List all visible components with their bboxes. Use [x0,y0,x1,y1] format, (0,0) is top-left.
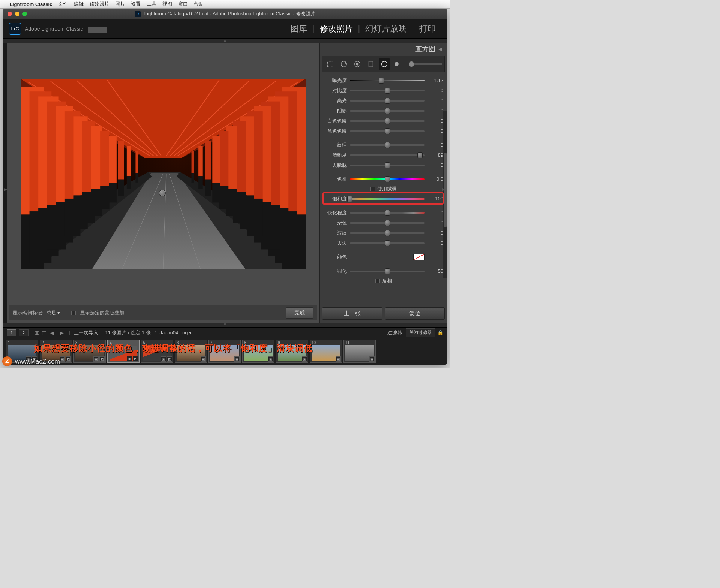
slider-knob[interactable] [379,78,384,84]
brush-size-slider[interactable] [409,63,442,65]
color-swatch[interactable] [413,254,424,260]
menu-help[interactable]: 帮助 [194,1,204,7]
grid-view-icon[interactable]: ▦ [34,330,39,336]
module-0[interactable]: 图库 [285,23,312,34]
slider-knob[interactable] [385,128,390,134]
slider-value[interactable]: 50 [424,268,443,274]
slider-knob[interactable] [385,108,390,114]
slider-track[interactable] [350,242,424,244]
slider-knob[interactable] [385,210,390,216]
zoom-button[interactable] [22,12,27,16]
slider-value[interactable]: 0.0 [424,176,443,182]
brush-tool-icon[interactable] [392,58,404,70]
thumbnail-3[interactable]: 3▣◩ [74,340,106,363]
slider-knob[interactable] [347,196,352,202]
close-button[interactable] [8,12,12,16]
slider-track[interactable] [350,232,424,234]
thumbnail-8[interactable]: 8▣ [242,340,274,363]
filename-label[interactable]: Japan04.dng ▾ [159,330,192,335]
module-1[interactable]: 修改照片 [315,23,358,34]
slider-track[interactable] [350,222,424,224]
slider-value[interactable]: – 100 [424,196,443,202]
thumbnail-5[interactable]: 5▣◩ [141,340,173,363]
slider-track[interactable] [350,100,424,102]
nav-back-arrow[interactable]: ◀ [49,330,56,336]
spot-tool-icon[interactable] [338,58,350,70]
monitor-2-button[interactable]: 2 [19,329,28,336]
menu-window[interactable]: 窗口 [178,1,188,7]
thumbnail-9[interactable]: 9▣ [276,340,308,363]
checkbox[interactable] [370,187,375,191]
slider-value[interactable]: 0 [424,162,443,168]
gradient-tool-icon[interactable] [365,58,376,70]
slider-knob[interactable] [385,118,390,124]
thumbnail-10[interactable]: 10▣ [310,340,342,363]
slider-value[interactable]: 0 [424,240,443,246]
slider-value[interactable]: 0 [424,210,443,215]
nav-forward-arrow[interactable]: ▶ [58,330,65,336]
menu-edit[interactable]: 编辑 [74,1,84,7]
slider-value[interactable]: 0 [424,118,443,124]
reset-button[interactable]: 复位 [385,307,445,320]
redeye-tool-icon[interactable] [352,58,363,70]
slider-knob[interactable] [385,88,390,94]
done-button[interactable]: 完成 [286,307,314,319]
histogram-panel-header[interactable]: 直方图 ◀ [320,43,447,55]
slider-track[interactable] [350,178,424,180]
right-expand-chevron[interactable]: ▶ [442,187,446,194]
panel-scrollbar[interactable] [443,111,447,278]
slider-value[interactable]: 0 [424,88,443,93]
filter-select[interactable]: 关闭过滤器 [406,328,435,337]
menu-photo[interactable]: 照片 [115,1,125,7]
menu-develop[interactable]: 修改照片 [90,1,109,7]
mask-overlay-checkbox[interactable] [71,311,76,315]
previous-button[interactable]: 上一张 [322,307,382,320]
slider-value[interactable]: 0 [424,142,443,148]
slider-value[interactable]: 0 [424,220,443,226]
source-label[interactable]: 上一次导入 [74,329,98,336]
slider-value[interactable]: 0 [424,230,443,236]
left-panel-collapsed[interactable] [3,43,7,323]
module-2[interactable]: 幻灯片放映 [360,23,412,34]
menu-view[interactable]: 视图 [162,1,172,7]
adjustment-pin[interactable] [159,190,166,196]
slider-knob[interactable] [385,230,390,236]
radial-tool-icon[interactable] [379,58,390,70]
minimize-button[interactable] [15,12,20,16]
slider-track[interactable] [350,154,424,156]
slider-knob[interactable] [385,162,390,168]
slider-track[interactable] [350,271,424,272]
slider-track[interactable] [350,110,424,112]
slider-track[interactable] [350,144,424,146]
slider-knob[interactable] [385,142,390,148]
panel-collapse-top[interactable]: ▲ [3,39,447,43]
thumbnail-6[interactable]: 6▣ [175,340,207,363]
slider-track[interactable] [350,80,424,81]
module-3[interactable]: 打印 [414,23,441,34]
slider-value[interactable]: 0 [424,108,443,114]
photo-preview[interactable] [21,79,306,269]
menubar-app-name[interactable]: Lightroom Classic [10,1,52,7]
slider-value[interactable]: 0 [424,98,443,103]
slider-knob[interactable] [385,268,390,274]
slider-track[interactable] [350,198,424,200]
slider-knob[interactable] [385,220,390,226]
slider-value[interactable]: – 1.12 [424,78,443,83]
slider-track[interactable] [350,212,424,214]
slider-knob[interactable] [417,152,423,158]
slider-value[interactable]: 0 [424,128,443,134]
monitor-1-button[interactable]: 1 [7,329,16,336]
left-expand-chevron[interactable]: ▶ [4,187,8,194]
edit-pins-dropdown[interactable]: 总是 ▾ [46,310,60,316]
thumbnail-7[interactable]: 7▣ [208,340,241,363]
slider-value[interactable]: 89 [424,152,443,158]
menu-tools[interactable]: 工具 [147,1,156,7]
menu-file[interactable]: 文件 [58,1,68,7]
crop-tool-icon[interactable] [325,58,336,70]
slider-knob[interactable] [385,98,390,104]
slider-track[interactable] [350,90,424,91]
slider-track[interactable] [350,120,424,122]
slider-knob[interactable] [385,240,390,246]
checkbox[interactable] [375,279,380,283]
thumbnail-4[interactable]: 4▣◩ [107,340,140,363]
